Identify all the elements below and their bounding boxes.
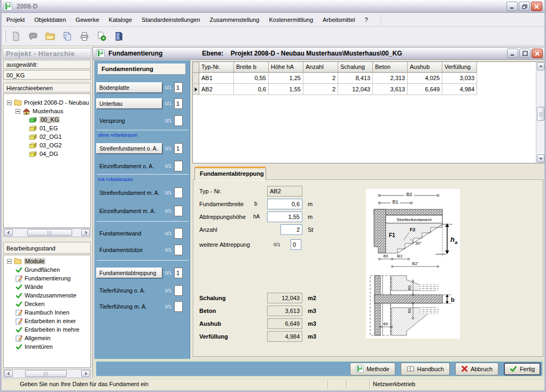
table-row-ab2-selected[interactable]: AB2 0,6 1,55 2 12,043 3,613 6,649 4,984 [193,84,545,95]
einzelfundament-ma-count-input[interactable] [174,206,183,216]
streifenfundament-ma-count-input[interactable] [174,187,183,198]
app-close-button[interactable] [531,2,542,11]
exit-icon[interactable] [112,29,126,43]
methode-button[interactable]: Methode [350,363,395,375]
collapse-icon[interactable] [15,109,20,114]
scroll-up-button[interactable] [537,62,544,70]
module-erdarbeiten-einer[interactable]: Erdarbeiten in einer [4,317,90,325]
cell[interactable]: 4,984 [442,84,477,95]
print-icon[interactable] [77,29,91,43]
scroll-thumb[interactable] [25,370,67,377]
scroll-down-button[interactable] [537,154,544,162]
module-decken[interactable]: Decken [4,300,90,308]
fertig-button[interactable]: Fertig [504,363,541,375]
cell[interactable]: 6,649 [408,84,442,95]
tree-item-04-dg[interactable]: 04_DG [4,150,90,158]
scroll-right-button[interactable] [81,229,90,236]
scroll-left-button[interactable] [4,229,13,236]
module-allgemein[interactable]: Allgemein [4,334,90,342]
versprung-count-input[interactable] [174,115,183,126]
cell[interactable]: 1,25 [269,73,303,84]
level-value: Projekt 2008-D - Neubau Musterhaus\Muste… [231,50,402,57]
cell[interactable]: AB1 [199,73,234,84]
app-restore-button[interactable] [519,2,530,11]
cell[interactable]: 8,413 [338,73,373,84]
tree-item-module-root[interactable]: Module [4,257,90,265]
aushub-unit: m3 [308,318,316,329]
menu-gewerke[interactable]: Gewerke [71,13,104,26]
new-document-icon[interactable] [9,29,23,43]
open-project-icon[interactable] [26,29,40,43]
unterbau-count-input[interactable]: 1 [174,98,183,109]
row-tieferfuehrung-ma: Tieferführung m. A. 0/1 [96,300,190,313]
menu-zusammenstellung[interactable]: Zusammenstellung [205,13,264,26]
window-minimize-button[interactable] [507,49,518,58]
menu-kataloge[interactable]: Kataloge [104,13,137,26]
tieferfuehrung-oa-count-input[interactable] [174,285,183,296]
copy-icon[interactable] [60,29,74,43]
open-folder-icon[interactable] [43,29,57,43]
streifenfundament-oa-button[interactable]: Streifenfundament o. A. [96,143,162,154]
handbuch-button[interactable]: Handbuch [401,363,450,375]
tab-fundamentabtreppung[interactable]: Fundamentabtreppung [194,167,266,180]
abbruch-button[interactable]: Abbruch [455,363,498,375]
tree-item-musterhaus[interactable]: Musterhaus [4,107,90,115]
tree-item-projekt[interactable]: Projekt 2008-D - Neubau [4,98,90,107]
tree-item-02-og1[interactable]: 02_OG1 [4,132,90,141]
fundamentwand-count-input[interactable] [174,228,183,239]
menu-kostenermittlung[interactable]: Kostenermittlung [264,13,318,26]
tree-item-01-eg[interactable]: 01_EG [4,124,90,132]
cell[interactable]: 0,55 [234,73,269,84]
tieferfuehrung-ma-count-input[interactable] [174,301,183,312]
menu-help[interactable]: ? [360,13,373,26]
abtreppungshoehe-input[interactable] [267,211,302,222]
row-einzelfundament-ma: Einzelfundament m. A. 0/1 [96,205,190,217]
menu-standardeinstellungen[interactable]: Standardeinstellungen [137,13,205,26]
module-fundamentierung[interactable]: Fundamentierung [4,274,90,283]
module-waende[interactable]: Wände [4,283,90,291]
streifenfundament-oa-count-input[interactable]: 1 [174,143,183,154]
cell[interactable]: 2 [303,73,338,84]
table-row-ab1[interactable]: AB1 0,55 1,25 2 8,413 2,313 4,025 3,033 [193,73,545,84]
cell[interactable]: AB2 [199,84,234,95]
window-close-button[interactable] [532,49,543,58]
cell[interactable]: 3,033 [442,73,477,84]
scroll-thumb[interactable] [537,107,544,121]
scroll-thumb[interactable] [27,229,72,236]
module-innentueren[interactable]: Innentüren [4,342,90,351]
cell[interactable]: 12,043 [338,84,373,95]
scroll-left-button[interactable] [4,370,13,377]
cell[interactable]: 1,55 [269,84,303,95]
cell[interactable]: 4,025 [408,73,442,84]
svg-text:B2: B2 [406,192,412,197]
fundamentabtreppung-count-input[interactable]: 1 [174,268,183,278]
window-maximize-button[interactable] [519,49,531,58]
bodenplatte-count-input[interactable]: 1 [174,82,183,93]
cell[interactable]: 2,313 [373,73,408,84]
export-icon[interactable] [95,29,108,43]
fundamentabtreppung-button[interactable]: Fundamentabtreppung [96,268,162,278]
einzelfundament-oa-count-input[interactable] [174,161,183,171]
menu-projekt[interactable]: Projekt [2,13,29,26]
unterbau-button[interactable]: Unterbau [96,98,162,109]
app-minimize-button[interactable] [506,2,518,11]
menu-objektdaten[interactable]: Objektdaten [29,13,71,26]
bodenplatte-button[interactable]: Bodenplatte [96,82,162,93]
scroll-right-button[interactable] [81,370,90,377]
cell[interactable]: 0,6 [234,84,269,95]
module-wandzusammenstellung[interactable]: Wandzusammenste [4,291,90,300]
anzahl-input[interactable] [280,224,302,235]
menu-arbeitsmittel[interactable]: Arbeitsmittel [318,13,360,26]
fundamentstuetze-count-input[interactable] [174,245,183,255]
cell[interactable]: 3,613 [373,84,408,95]
module-raumbuch-innen[interactable]: Raumbuch Innen [4,308,90,317]
fundamentbreite-input[interactable] [267,199,302,209]
cell[interactable]: 2 [303,84,338,95]
module-erdarbeiten-mehre[interactable]: Erdarbeiten in mehre [4,325,90,334]
tree-item-00-kg[interactable]: 00_KG [4,115,90,124]
tree-item-03-og2[interactable]: 03_OG2 [4,141,90,150]
collapse-icon[interactable] [7,259,12,264]
module-grundflaechen[interactable]: Grundflächen [4,265,90,274]
collapse-icon[interactable] [7,100,12,105]
weitere-abtreppung-input[interactable] [291,239,301,250]
